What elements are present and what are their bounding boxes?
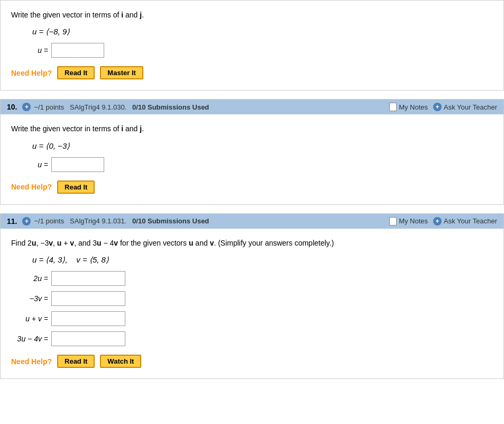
ask-teacher-btn-11[interactable]: + Ask Your Teacher <box>433 217 497 225</box>
bold-v-11b: v <box>70 239 74 247</box>
need-help-label: Need Help? <box>11 69 52 77</box>
read-it-button[interactable]: Read It <box>57 66 95 79</box>
problem-instruction: Write the given vector in terms of i and… <box>11 9 493 21</box>
answer-row: u = <box>16 43 493 58</box>
ask-icon-10: + <box>433 103 442 111</box>
header-left-11: 11. + −/1 points SAlgTrig4 9.1.031. 0/10… <box>7 217 209 225</box>
vector-display: u = ⟨−8, 9⟩ <box>32 27 493 37</box>
need-help-label-11: Need Help? <box>11 357 52 366</box>
ask-icon-11: + <box>433 217 442 225</box>
problem-10-body: Write the given vector in terms of i and… <box>1 114 503 204</box>
bold-i-10: i <box>121 124 123 133</box>
-3v-row: −3v = <box>16 291 493 306</box>
3uminus4v-row: 3u − 4v = <box>16 331 493 346</box>
-3v-label: −3v = <box>16 294 48 303</box>
problem-10-header: 10. + −/1 points SAlgTrig4 9.1.030. 0/10… <box>1 100 503 114</box>
u-answer-input[interactable] <box>51 43 104 58</box>
expand-icon-11[interactable]: + <box>22 217 31 225</box>
bold-j: j <box>140 11 142 19</box>
bold-v-11c: v <box>114 239 118 247</box>
2u-label: 2u = <box>16 274 48 283</box>
problem-10: 10. + −/1 points SAlgTrig4 9.1.030. 0/10… <box>0 99 504 204</box>
u-answer-input-10[interactable] <box>51 157 104 172</box>
read-it-button-11[interactable]: Read It <box>57 355 95 368</box>
3uminus4v-input[interactable] <box>51 331 125 346</box>
my-notes-btn-11[interactable]: My Notes <box>389 217 428 225</box>
problem-top-body: Write the given vector in terms of i and… <box>1 1 503 90</box>
bold-j-10: j <box>140 124 142 133</box>
notes-icon-11 <box>389 217 397 225</box>
need-help-11: Need Help? Read It Watch It <box>11 355 493 368</box>
vector-display-10: u = ⟨0, −3⟩ <box>32 141 493 151</box>
uplusv-label: u + v = <box>16 314 48 323</box>
bold-v-11d: v <box>210 239 214 247</box>
points-label-10: −/1 points SAlgTrig4 9.1.030. 0/10 Submi… <box>34 103 209 111</box>
notes-icon-10 <box>389 103 397 111</box>
problem-number-11: 11. <box>7 217 17 225</box>
bold-u-11b: u <box>57 239 62 247</box>
input-label-10: u = <box>16 160 48 169</box>
problem-10-instruction: Write the given vector in terms of i and… <box>11 123 493 134</box>
bold-v-11a: v <box>49 239 53 247</box>
read-it-button-10[interactable]: Read It <box>57 181 95 194</box>
-3v-input[interactable] <box>51 291 125 306</box>
bold-u-11: u <box>32 239 36 247</box>
notes-label-10: My Notes <box>399 103 428 111</box>
header-right-11: My Notes + Ask Your Teacher <box>389 217 497 225</box>
problem-top: Write the given vector in terms of i and… <box>0 0 504 91</box>
need-help-label-10: Need Help? <box>11 183 52 191</box>
problem-11-header: 11. + −/1 points SAlgTrig4 9.1.031. 0/10… <box>1 214 503 229</box>
ask-teacher-btn-10[interactable]: + Ask Your Teacher <box>433 103 497 111</box>
2u-row: 2u = <box>16 271 493 286</box>
points-label-11: −/1 points SAlgTrig4 9.1.031. 0/10 Submi… <box>34 217 209 225</box>
input-label: u = <box>16 46 48 55</box>
3uminus4v-label: 3u − 4v = <box>16 335 48 343</box>
uplusv-input[interactable] <box>51 311 125 326</box>
ask-teacher-label-11: Ask Your Teacher <box>444 217 497 225</box>
bold-u-11c: u <box>97 239 102 247</box>
need-help-10: Need Help? Read It <box>11 181 493 194</box>
answer-row-10: u = <box>16 157 493 172</box>
header-right-10: My Notes + Ask Your Teacher <box>389 103 497 111</box>
watch-it-button-11[interactable]: Watch It <box>100 355 141 368</box>
expand-icon-10[interactable]: + <box>22 103 31 111</box>
bold-i: i <box>121 11 123 19</box>
ask-teacher-label-10: Ask Your Teacher <box>444 103 497 111</box>
bold-u-11d: u <box>189 239 194 247</box>
header-left-10: 10. + −/1 points SAlgTrig4 9.1.030. 0/10… <box>7 103 209 111</box>
problem-11: 11. + −/1 points SAlgTrig4 9.1.031. 0/10… <box>0 213 504 379</box>
uplusv-row: u + v = <box>16 311 493 326</box>
problem-number-10: 10. <box>7 103 17 111</box>
problem-11-instruction: Find 2u, −3v, u + v, and 3u − 4v for the… <box>11 237 493 249</box>
need-help-section: Need Help? Read It Master It <box>11 66 493 79</box>
notes-label-11: My Notes <box>399 217 428 225</box>
master-it-button[interactable]: Master It <box>100 66 143 79</box>
vector-display-11: u = ⟨4, 3⟩, v = ⟨5, 8⟩ <box>32 255 493 265</box>
my-notes-btn-10[interactable]: My Notes <box>389 103 428 111</box>
2u-input[interactable] <box>51 271 125 286</box>
problem-11-body: Find 2u, −3v, u + v, and 3u − 4v for the… <box>1 229 503 378</box>
